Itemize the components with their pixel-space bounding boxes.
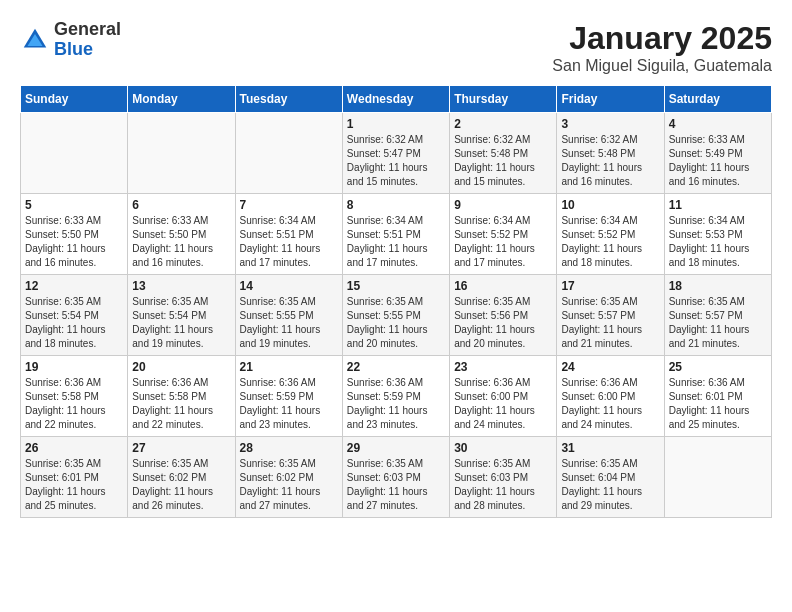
calendar-cell: 7Sunrise: 6:34 AM Sunset: 5:51 PM Daylig… — [235, 194, 342, 275]
calendar-cell — [235, 113, 342, 194]
page-subtitle: San Miguel Siguila, Guatemala — [552, 57, 772, 75]
calendar-cell: 5Sunrise: 6:33 AM Sunset: 5:50 PM Daylig… — [21, 194, 128, 275]
day-number: 10 — [561, 198, 659, 212]
title-area: January 2025 San Miguel Siguila, Guatema… — [552, 20, 772, 75]
calendar-cell: 1Sunrise: 6:32 AM Sunset: 5:47 PM Daylig… — [342, 113, 449, 194]
calendar-cell: 29Sunrise: 6:35 AM Sunset: 6:03 PM Dayli… — [342, 437, 449, 518]
day-info: Sunrise: 6:36 AM Sunset: 5:58 PM Dayligh… — [132, 376, 230, 432]
day-info: Sunrise: 6:35 AM Sunset: 5:54 PM Dayligh… — [25, 295, 123, 351]
day-info: Sunrise: 6:36 AM Sunset: 5:59 PM Dayligh… — [347, 376, 445, 432]
day-number: 14 — [240, 279, 338, 293]
day-info: Sunrise: 6:34 AM Sunset: 5:51 PM Dayligh… — [240, 214, 338, 270]
day-info: Sunrise: 6:33 AM Sunset: 5:50 PM Dayligh… — [132, 214, 230, 270]
day-info: Sunrise: 6:35 AM Sunset: 6:02 PM Dayligh… — [240, 457, 338, 513]
logo-icon — [20, 25, 50, 55]
day-number: 4 — [669, 117, 767, 131]
day-number: 16 — [454, 279, 552, 293]
day-number: 31 — [561, 441, 659, 455]
calendar-week-row: 26Sunrise: 6:35 AM Sunset: 6:01 PM Dayli… — [21, 437, 772, 518]
day-info: Sunrise: 6:35 AM Sunset: 5:54 PM Dayligh… — [132, 295, 230, 351]
calendar-cell: 22Sunrise: 6:36 AM Sunset: 5:59 PM Dayli… — [342, 356, 449, 437]
calendar-cell: 9Sunrise: 6:34 AM Sunset: 5:52 PM Daylig… — [450, 194, 557, 275]
day-info: Sunrise: 6:35 AM Sunset: 6:01 PM Dayligh… — [25, 457, 123, 513]
calendar-week-row: 19Sunrise: 6:36 AM Sunset: 5:58 PM Dayli… — [21, 356, 772, 437]
day-number: 26 — [25, 441, 123, 455]
weekday-header: Wednesday — [342, 86, 449, 113]
day-info: Sunrise: 6:35 AM Sunset: 5:57 PM Dayligh… — [561, 295, 659, 351]
calendar-cell: 12Sunrise: 6:35 AM Sunset: 5:54 PM Dayli… — [21, 275, 128, 356]
day-info: Sunrise: 6:32 AM Sunset: 5:47 PM Dayligh… — [347, 133, 445, 189]
weekday-header: Tuesday — [235, 86, 342, 113]
calendar-week-row: 1Sunrise: 6:32 AM Sunset: 5:47 PM Daylig… — [21, 113, 772, 194]
calendar-cell: 14Sunrise: 6:35 AM Sunset: 5:55 PM Dayli… — [235, 275, 342, 356]
day-info: Sunrise: 6:33 AM Sunset: 5:50 PM Dayligh… — [25, 214, 123, 270]
calendar-cell: 18Sunrise: 6:35 AM Sunset: 5:57 PM Dayli… — [664, 275, 771, 356]
logo-text: General Blue — [54, 20, 121, 60]
calendar-cell: 3Sunrise: 6:32 AM Sunset: 5:48 PM Daylig… — [557, 113, 664, 194]
calendar-cell — [664, 437, 771, 518]
day-number: 29 — [347, 441, 445, 455]
calendar-cell: 28Sunrise: 6:35 AM Sunset: 6:02 PM Dayli… — [235, 437, 342, 518]
calendar-cell: 15Sunrise: 6:35 AM Sunset: 5:55 PM Dayli… — [342, 275, 449, 356]
day-number: 30 — [454, 441, 552, 455]
calendar-cell: 24Sunrise: 6:36 AM Sunset: 6:00 PM Dayli… — [557, 356, 664, 437]
calendar-table: SundayMondayTuesdayWednesdayThursdayFrid… — [20, 85, 772, 518]
day-info: Sunrise: 6:36 AM Sunset: 6:01 PM Dayligh… — [669, 376, 767, 432]
weekday-header: Sunday — [21, 86, 128, 113]
day-number: 1 — [347, 117, 445, 131]
calendar-cell: 31Sunrise: 6:35 AM Sunset: 6:04 PM Dayli… — [557, 437, 664, 518]
calendar-cell: 25Sunrise: 6:36 AM Sunset: 6:01 PM Dayli… — [664, 356, 771, 437]
day-number: 3 — [561, 117, 659, 131]
weekday-header: Saturday — [664, 86, 771, 113]
day-number: 27 — [132, 441, 230, 455]
weekday-header: Thursday — [450, 86, 557, 113]
calendar-cell: 30Sunrise: 6:35 AM Sunset: 6:03 PM Dayli… — [450, 437, 557, 518]
day-info: Sunrise: 6:36 AM Sunset: 6:00 PM Dayligh… — [454, 376, 552, 432]
calendar-cell: 11Sunrise: 6:34 AM Sunset: 5:53 PM Dayli… — [664, 194, 771, 275]
day-number: 2 — [454, 117, 552, 131]
calendar-cell: 20Sunrise: 6:36 AM Sunset: 5:58 PM Dayli… — [128, 356, 235, 437]
day-info: Sunrise: 6:34 AM Sunset: 5:52 PM Dayligh… — [454, 214, 552, 270]
day-info: Sunrise: 6:36 AM Sunset: 5:59 PM Dayligh… — [240, 376, 338, 432]
day-info: Sunrise: 6:34 AM Sunset: 5:51 PM Dayligh… — [347, 214, 445, 270]
calendar-cell — [21, 113, 128, 194]
weekday-header: Friday — [557, 86, 664, 113]
calendar-cell: 23Sunrise: 6:36 AM Sunset: 6:00 PM Dayli… — [450, 356, 557, 437]
day-info: Sunrise: 6:34 AM Sunset: 5:52 PM Dayligh… — [561, 214, 659, 270]
day-info: Sunrise: 6:35 AM Sunset: 5:57 PM Dayligh… — [669, 295, 767, 351]
calendar-cell: 13Sunrise: 6:35 AM Sunset: 5:54 PM Dayli… — [128, 275, 235, 356]
day-number: 20 — [132, 360, 230, 374]
calendar-week-row: 5Sunrise: 6:33 AM Sunset: 5:50 PM Daylig… — [21, 194, 772, 275]
calendar-cell: 10Sunrise: 6:34 AM Sunset: 5:52 PM Dayli… — [557, 194, 664, 275]
day-number: 24 — [561, 360, 659, 374]
logo-general: General — [54, 19, 121, 39]
day-number: 11 — [669, 198, 767, 212]
day-number: 19 — [25, 360, 123, 374]
day-info: Sunrise: 6:36 AM Sunset: 6:00 PM Dayligh… — [561, 376, 659, 432]
day-number: 7 — [240, 198, 338, 212]
day-info: Sunrise: 6:34 AM Sunset: 5:53 PM Dayligh… — [669, 214, 767, 270]
day-info: Sunrise: 6:36 AM Sunset: 5:58 PM Dayligh… — [25, 376, 123, 432]
day-info: Sunrise: 6:33 AM Sunset: 5:49 PM Dayligh… — [669, 133, 767, 189]
day-number: 23 — [454, 360, 552, 374]
day-number: 18 — [669, 279, 767, 293]
day-number: 21 — [240, 360, 338, 374]
day-info: Sunrise: 6:35 AM Sunset: 5:55 PM Dayligh… — [240, 295, 338, 351]
day-number: 13 — [132, 279, 230, 293]
calendar-cell: 16Sunrise: 6:35 AM Sunset: 5:56 PM Dayli… — [450, 275, 557, 356]
day-number: 22 — [347, 360, 445, 374]
calendar-cell: 6Sunrise: 6:33 AM Sunset: 5:50 PM Daylig… — [128, 194, 235, 275]
day-number: 12 — [25, 279, 123, 293]
calendar-cell: 17Sunrise: 6:35 AM Sunset: 5:57 PM Dayli… — [557, 275, 664, 356]
day-info: Sunrise: 6:35 AM Sunset: 5:55 PM Dayligh… — [347, 295, 445, 351]
calendar-cell: 21Sunrise: 6:36 AM Sunset: 5:59 PM Dayli… — [235, 356, 342, 437]
day-number: 6 — [132, 198, 230, 212]
logo-blue: Blue — [54, 39, 93, 59]
day-info: Sunrise: 6:35 AM Sunset: 6:04 PM Dayligh… — [561, 457, 659, 513]
page-title: January 2025 — [552, 20, 772, 57]
weekday-header: Monday — [128, 86, 235, 113]
day-number: 5 — [25, 198, 123, 212]
day-number: 25 — [669, 360, 767, 374]
day-info: Sunrise: 6:35 AM Sunset: 6:03 PM Dayligh… — [347, 457, 445, 513]
calendar-cell: 19Sunrise: 6:36 AM Sunset: 5:58 PM Dayli… — [21, 356, 128, 437]
